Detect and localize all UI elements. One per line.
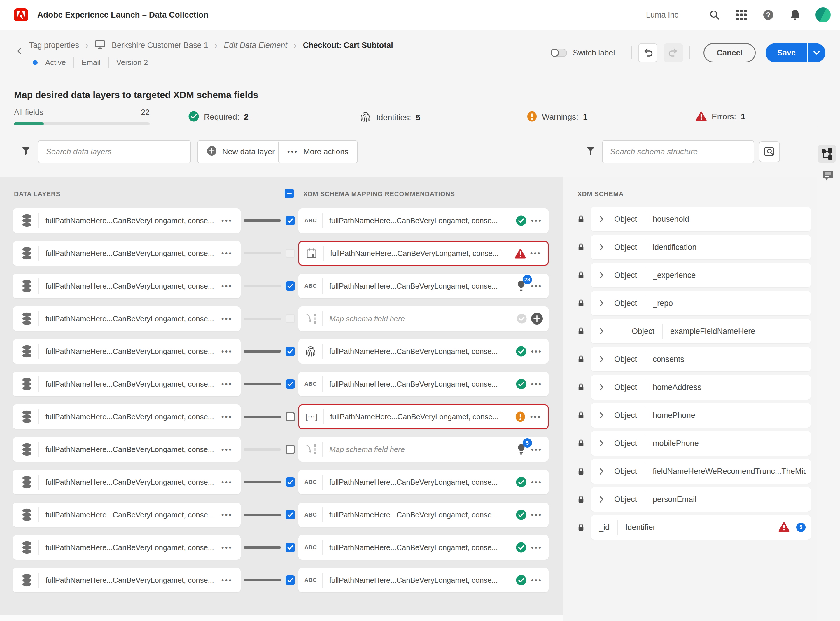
- schema-mapping-card[interactable]: ABCfullPathNameHere...CanBeVeryLongamet,…: [298, 274, 548, 298]
- mapping-more-button[interactable]: •••: [529, 511, 545, 519]
- data-layer-more-button[interactable]: •••: [219, 445, 235, 454]
- schema-object-card[interactable]: ObjectpersonEmail: [591, 487, 811, 512]
- save-button[interactable]: Save: [766, 43, 807, 62]
- data-layer-more-button[interactable]: •••: [219, 217, 235, 225]
- mapping-more-button[interactable]: •••: [529, 282, 545, 290]
- chevron-right-icon[interactable]: [599, 216, 610, 223]
- undo-button[interactable]: [638, 44, 657, 62]
- data-layer-card[interactable]: fullPathNameHere...CanBeVeryLongamet, co…: [13, 306, 241, 331]
- breadcrumb-item-property[interactable]: Berkshire Customer Base 1: [112, 41, 208, 50]
- switch-label-toggle[interactable]: [551, 49, 567, 57]
- schema-mapping-card[interactable]: ABCfullPathNameHere...CanBeVeryLongamet,…: [298, 503, 548, 527]
- chevron-right-icon[interactable]: [599, 440, 610, 447]
- chevron-right-icon[interactable]: [599, 356, 610, 363]
- schema-tree-view-icon[interactable]: [818, 145, 836, 163]
- schema-mapping-card[interactable]: ABCfullPathNameHere...CanBeVeryLongamet,…: [298, 568, 548, 592]
- data-layer-card[interactable]: fullPathNameHere...CanBeVeryLongamet, co…: [13, 437, 241, 462]
- back-button[interactable]: ‹: [15, 42, 24, 58]
- redo-button[interactable]: [664, 44, 683, 62]
- breadcrumb-item-tag-properties[interactable]: Tag properties: [29, 41, 79, 50]
- data-layer-more-button[interactable]: •••: [219, 478, 235, 486]
- chevron-right-icon[interactable]: [599, 496, 610, 503]
- notes-panel-icon[interactable]: [820, 169, 836, 183]
- data-layer-card[interactable]: fullPathNameHere...CanBeVeryLongamet, co…: [13, 404, 241, 429]
- mapping-checkbox[interactable]: [286, 412, 295, 421]
- schema-object-card[interactable]: Object_experience: [591, 263, 811, 288]
- data-layer-more-button[interactable]: •••: [219, 315, 235, 323]
- data-layer-more-button[interactable]: •••: [219, 380, 235, 388]
- schema-filter-icon[interactable]: [584, 145, 597, 157]
- chevron-right-icon[interactable]: [599, 328, 610, 335]
- mapping-checkbox[interactable]: [286, 248, 295, 258]
- schema-mapping-card[interactable]: ABCfullPathNameHere...CanBeVeryLongamet,…: [298, 535, 548, 560]
- data-layer-card[interactable]: fullPathNameHere...CanBeVeryLongamet, co…: [13, 339, 241, 364]
- search-schema-input[interactable]: [602, 140, 754, 164]
- org-name[interactable]: Luma Inc: [646, 11, 678, 20]
- data-layer-card[interactable]: fullPathNameHere...CanBeVeryLongamet, co…: [13, 535, 241, 560]
- mapping-more-button[interactable]: •••: [529, 347, 545, 356]
- mapping-more-button[interactable]: •••: [529, 576, 545, 585]
- chevron-right-icon[interactable]: [599, 300, 610, 307]
- data-layer-card[interactable]: fullPathNameHere...CanBeVeryLongamet, co…: [13, 568, 241, 592]
- mapping-more-button[interactable]: •••: [529, 478, 545, 486]
- data-layer-more-button[interactable]: •••: [219, 576, 235, 585]
- schema-mapping-card[interactable]: ABCfullPathNameHere...CanBeVeryLongamet,…: [298, 470, 548, 494]
- mapping-checkbox[interactable]: [286, 347, 295, 356]
- data-layer-card[interactable]: fullPathNameHere...CanBeVeryLongamet, co…: [13, 372, 241, 396]
- data-layer-more-button[interactable]: •••: [219, 413, 235, 421]
- data-layer-more-button[interactable]: •••: [219, 347, 235, 356]
- mapping-more-button[interactable]: •••: [529, 445, 545, 454]
- save-options-chevron-icon[interactable]: [807, 43, 825, 62]
- data-layers-filter-icon[interactable]: [19, 145, 33, 157]
- app-switcher-icon[interactable]: [735, 9, 748, 21]
- data-layer-card[interactable]: fullPathNameHere...CanBeVeryLongamet, co…: [13, 241, 241, 265]
- data-layer-card[interactable]: fullPathNameHere...CanBeVeryLongamet, co…: [13, 470, 241, 494]
- mapping-checkbox[interactable]: [286, 281, 295, 291]
- schema-object-card[interactable]: Objecthousehold: [591, 207, 811, 232]
- select-all-checkbox[interactable]: [285, 189, 294, 198]
- suggestion-bulb-icon[interactable]: 5: [516, 443, 527, 456]
- user-avatar[interactable]: [816, 7, 831, 23]
- mapping-more-button[interactable]: •••: [529, 544, 545, 552]
- data-layer-card[interactable]: fullPathNameHere...CanBeVeryLongamet, co…: [13, 503, 241, 527]
- mapping-checkbox[interactable]: [286, 379, 295, 389]
- data-layer-more-button[interactable]: •••: [219, 249, 235, 257]
- add-mapping-button[interactable]: [529, 312, 545, 325]
- mapping-more-button[interactable]: •••: [528, 413, 544, 421]
- chevron-right-icon[interactable]: [599, 272, 610, 279]
- mapping-checkbox[interactable]: [286, 477, 295, 487]
- schema-object-card[interactable]: ObjecthomeAddress: [591, 375, 811, 400]
- search-data-layers-input[interactable]: [38, 140, 191, 164]
- schema-mapping-card[interactable]: Map schema field here: [298, 306, 548, 331]
- schema-mapping-card[interactable]: ABCfullPathNameHere...CanBeVeryLongamet,…: [298, 372, 548, 396]
- notifications-bell-icon[interactable]: [789, 9, 802, 21]
- data-layer-more-button[interactable]: •••: [219, 282, 235, 290]
- new-data-layer-button[interactable]: New data layer: [197, 140, 284, 164]
- breadcrumb-item-edit-data-element[interactable]: Edit Data Element: [224, 41, 287, 50]
- schema-mapping-card[interactable]: [⋯]fullPathNameHere...CanBeVeryLongamet,…: [298, 404, 548, 429]
- schema-mapping-card[interactable]: ABCfullPathNameHere...CanBeVeryLongamet,…: [298, 208, 548, 233]
- schema-id-card[interactable]: _idIdentifier5: [591, 515, 811, 539]
- map-schema-placeholder[interactable]: Map schema field here: [329, 314, 514, 323]
- mapping-checkbox[interactable]: [286, 576, 295, 585]
- schema-mapping-card[interactable]: fullPathNameHere...CanBeVeryLongamet, co…: [298, 241, 548, 265]
- map-schema-placeholder[interactable]: Map schema field here: [329, 445, 514, 454]
- more-actions-button[interactable]: ••• More actions: [278, 140, 358, 164]
- schema-object-card[interactable]: Objectconsents: [591, 347, 811, 371]
- data-layer-card[interactable]: fullPathNameHere...CanBeVeryLongamet, co…: [13, 274, 241, 298]
- schema-object-card[interactable]: ObjectmobilePhone: [591, 431, 811, 456]
- mapping-more-button[interactable]: •••: [528, 249, 544, 257]
- mapping-checkbox[interactable]: [286, 314, 295, 323]
- schema-object-card[interactable]: ObjectfieldNameHereWeRecomendTrunc...The…: [591, 459, 811, 483]
- mapping-more-button[interactable]: •••: [529, 380, 545, 388]
- chevron-right-icon[interactable]: [599, 244, 610, 251]
- data-layer-more-button[interactable]: •••: [219, 511, 235, 519]
- schema-object-card[interactable]: ObjectexampleFieldNameHere: [591, 319, 811, 344]
- mapping-more-button[interactable]: •••: [529, 217, 545, 225]
- schema-object-card[interactable]: Objectidentification: [591, 235, 811, 259]
- help-icon[interactable]: ?: [762, 9, 775, 21]
- schema-mapping-card[interactable]: fullPathNameHere...CanBeVeryLongamet, co…: [298, 339, 548, 364]
- schema-mapping-card[interactable]: Map schema field here5•••: [298, 437, 548, 462]
- schema-object-card[interactable]: Object_repo: [591, 291, 811, 315]
- schema-object-card[interactable]: ObjecthomePhone: [591, 403, 811, 427]
